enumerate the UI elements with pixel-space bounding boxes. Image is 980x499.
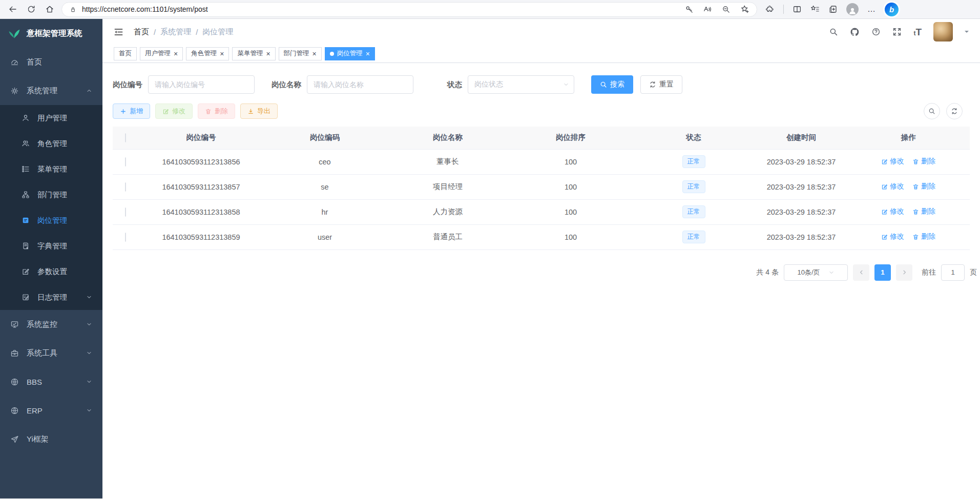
row-checkbox[interactable] (125, 233, 126, 242)
leaf-logo-icon (8, 27, 21, 40)
sidebar-item-tools[interactable]: 系统工具 (0, 339, 102, 367)
post-name-input[interactable] (307, 75, 413, 94)
breadcrumb-system[interactable]: 系统管理 (160, 27, 191, 37)
sidebar-item-label: 日志管理 (37, 293, 67, 302)
search-icon[interactable] (829, 27, 838, 36)
refresh-table-icon[interactable] (946, 103, 963, 119)
sidebar-item-label: 参数设置 (37, 267, 67, 277)
sidebar-item-monitor[interactable]: 系统监控 (0, 310, 102, 339)
tab-users[interactable]: 用户管理 × (140, 47, 183, 60)
column-header: 岗位编号 (138, 127, 264, 149)
fullscreen-icon[interactable] (892, 27, 902, 36)
sidebar-item-bbs[interactable]: BBS (0, 367, 102, 396)
url-text[interactable]: https://ccnetcore.com:1101/system/post (82, 5, 680, 13)
goto-page-input[interactable] (941, 264, 965, 281)
github-icon[interactable] (850, 27, 860, 37)
dashboard-icon (10, 58, 19, 67)
reset-button[interactable]: 重置 (640, 75, 682, 94)
sidebar-item-departments[interactable]: 部门管理 (0, 182, 102, 207)
close-icon[interactable]: × (266, 50, 270, 57)
sidebar-item-menus[interactable]: 菜单管理 (0, 156, 102, 182)
select-all-checkbox[interactable] (125, 133, 126, 142)
next-page-button[interactable] (896, 264, 912, 281)
add-button[interactable]: 新增 (113, 103, 150, 119)
search-button[interactable]: 搜索 (591, 75, 633, 94)
row-checkbox[interactable] (125, 157, 126, 167)
sidebar-item-system[interactable]: 系统管理 (0, 76, 102, 105)
toggle-search-icon[interactable] (924, 103, 940, 119)
row-edit-link[interactable]: 修改 (881, 207, 904, 216)
password-key-icon[interactable] (685, 5, 694, 14)
row-edit-link[interactable]: 修改 (881, 157, 904, 166)
chevron-down-icon (86, 379, 92, 385)
pagination-total: 共 4 条 (756, 268, 779, 277)
sidebar-item-dictionary[interactable]: 字典管理 (0, 233, 102, 259)
font-size-icon[interactable]: tT (913, 27, 922, 37)
home-icon[interactable] (42, 2, 57, 17)
split-screen-icon[interactable] (793, 5, 802, 14)
export-button[interactable]: 导出 (240, 103, 278, 119)
tab-home[interactable]: 首页 (114, 47, 137, 60)
sidebar-item-parameters[interactable]: 参数设置 (0, 259, 102, 284)
add-favorite-star-icon[interactable] (740, 5, 749, 14)
row-delete-link[interactable]: 删除 (912, 157, 935, 166)
sidebar-item-erp[interactable]: ERP (0, 396, 102, 425)
row-edit-link[interactable]: 修改 (881, 232, 904, 241)
extensions-puzzle-icon[interactable] (765, 5, 775, 14)
breadcrumb-home[interactable]: 首页 (134, 27, 149, 37)
browser-profile-avatar[interactable] (846, 3, 859, 15)
page-number-1[interactable]: 1 (874, 264, 891, 281)
collections-add-icon[interactable] (828, 5, 838, 14)
close-icon[interactable]: × (220, 50, 224, 57)
delete-button[interactable]: 删除 (198, 103, 235, 119)
row-delete-label: 删除 (921, 207, 935, 216)
browser-menu-icon[interactable]: … (867, 5, 876, 14)
tab-posts-active[interactable]: 岗位管理 × (325, 47, 375, 60)
sidebar-item-yi-framework[interactable]: Yi框架 (0, 425, 102, 453)
page-size-select[interactable]: 10条/页 (784, 264, 848, 281)
cell-post-id: 1641030593112313859 (138, 224, 264, 249)
row-checkbox[interactable] (125, 182, 126, 192)
dictionary-icon (22, 242, 30, 250)
status-select[interactable]: 岗位状态 (468, 75, 574, 94)
row-delete-link[interactable]: 删除 (912, 207, 935, 216)
sidebar-item-roles[interactable]: 角色管理 (0, 131, 102, 156)
favorites-list-icon[interactable] (810, 5, 820, 14)
row-edit-label: 修改 (890, 207, 904, 216)
avatar-caret-icon[interactable] (965, 31, 969, 35)
zoom-out-icon[interactable] (722, 5, 731, 14)
row-edit-link[interactable]: 修改 (881, 182, 904, 191)
bing-chat-icon[interactable]: b (885, 3, 899, 16)
back-icon[interactable] (5, 2, 20, 17)
close-icon[interactable]: × (174, 50, 178, 57)
sidebar-item-logs[interactable]: 日志管理 (0, 284, 102, 310)
close-icon[interactable]: × (366, 50, 370, 57)
sidebar-item-home[interactable]: 首页 (0, 48, 102, 76)
browser-nav-buttons (5, 2, 57, 17)
menu-fold-icon[interactable] (114, 27, 123, 37)
edit-button[interactable]: 修改 (155, 103, 193, 119)
prev-page-button[interactable] (853, 264, 869, 281)
tab-menus[interactable]: 菜单管理 × (232, 47, 275, 60)
post-code-input[interactable] (148, 75, 255, 94)
sidebar-item-label: 岗位管理 (37, 216, 67, 225)
row-delete-link[interactable]: 删除 (912, 182, 935, 191)
gear-icon (10, 87, 19, 95)
toolbox-icon (10, 349, 19, 358)
reset-button-label: 重置 (659, 80, 674, 89)
row-checkbox[interactable] (125, 207, 126, 217)
sidebar-item-posts[interactable]: 岗位管理 (0, 207, 102, 233)
help-icon[interactable] (871, 27, 881, 36)
tab-departments[interactable]: 部门管理 × (279, 47, 322, 60)
refresh-icon[interactable] (24, 2, 39, 17)
sidebar-item-users[interactable]: 用户管理 (0, 105, 102, 131)
close-icon[interactable]: × (312, 50, 317, 57)
edit-button-label: 修改 (172, 107, 185, 116)
cell-post-name: 项目经理 (386, 174, 510, 199)
chevron-down-icon (563, 81, 569, 88)
user-avatar[interactable] (933, 22, 953, 41)
read-aloud-icon[interactable] (703, 5, 712, 14)
tab-roles[interactable]: 角色管理 × (186, 47, 229, 60)
address-bar[interactable]: https://ccnetcore.com:1101/system/post (61, 2, 757, 17)
row-delete-link[interactable]: 删除 (912, 232, 935, 241)
